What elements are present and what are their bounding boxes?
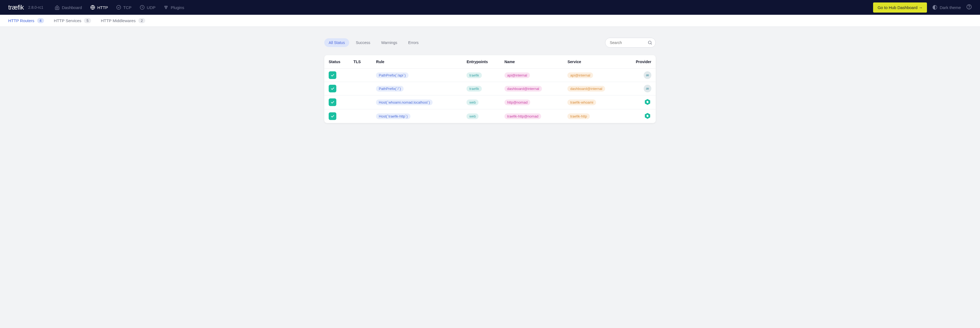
provider-internal-icon: æ [644,71,651,79]
globe-icon [90,5,95,10]
service-chip: traefik-http [567,113,590,119]
home-icon [55,5,60,10]
table-row[interactable]: PathPrefix(`/api`)traefikapi@internalapi… [324,68,656,82]
filters-row: All Status Success Warnings Errors [324,38,656,48]
table-row[interactable]: Host(`whoami.nomad.localhost`)webhttp@no… [324,96,656,109]
count-badge: 2 [138,18,145,23]
tls-cell [350,109,373,123]
service-chip: dashboard@internal [567,86,605,92]
topbar: træfik 2.8.0-rc1 Dashboard HTTP TCP UDP … [0,0,980,15]
tls-cell [350,96,373,109]
status-success-icon [329,112,336,120]
col-status[interactable]: Status [324,55,350,68]
subnav-services[interactable]: HTTP Services 5 [54,18,91,23]
table-row[interactable]: Host(`traefik-http`)webtraefik-http@noma… [324,109,656,123]
entrypoint-chip: web [466,99,479,105]
status-success-icon [329,99,336,106]
version-label: 2.8.0-rc1 [28,5,43,10]
name-chip: http@nomad [504,99,530,105]
udp-icon [140,5,145,10]
theme-toggle[interactable]: Dark theme [932,5,961,10]
subnav-label: HTTP Routers [8,18,35,23]
logo: træfik [8,3,24,11]
rule-chip: PathPrefix(`/api`) [376,72,408,78]
name-chip: api@internal [504,72,530,78]
theme-label: Dark theme [940,5,961,10]
col-provider[interactable]: Provider [632,55,656,68]
hub-dashboard-button[interactable]: Go to Hub Dashboard → [873,2,927,13]
filter-success[interactable]: Success [352,38,375,47]
main-nav: Dashboard HTTP TCP UDP Plugins [51,3,187,11]
nav-http[interactable]: HTTP [87,3,111,11]
nav-tcp[interactable]: TCP [113,3,135,11]
nav-plugins[interactable]: Plugins [160,3,187,11]
service-chip: traefik-whoami [567,99,596,105]
nav-udp[interactable]: UDP [137,3,159,11]
topbar-right: Go to Hub Dashboard → Dark theme [873,2,972,13]
count-badge: 5 [84,18,91,23]
filter-warnings[interactable]: Warnings [377,38,402,47]
provider-internal-icon: æ [644,85,651,92]
help-button[interactable] [966,4,972,11]
count-badge: 4 [37,18,44,23]
col-entrypoints[interactable]: Entrypoints [463,55,501,68]
rule-chip: PathPrefix(`/`) [376,86,404,92]
status-success-icon [329,71,336,79]
tls-cell [350,82,373,96]
name-chip: dashboard@internal [504,86,542,92]
provider-nomad-icon [644,98,651,106]
rule-chip: Host(`traefik-http`) [376,113,410,119]
svg-text:æ: æ [646,86,649,91]
svg-point-8 [969,8,969,8]
plugins-icon [164,5,169,10]
subnav-label: HTTP Services [54,18,81,23]
search-box [605,38,656,48]
provider-nomad-icon [644,112,651,120]
svg-point-3 [165,6,166,7]
col-service[interactable]: Service [564,55,632,68]
contrast-icon [932,5,937,10]
nav-dashboard[interactable]: Dashboard [51,3,85,11]
table-row[interactable]: PathPrefix(`/`)traefikdashboard@internal… [324,82,656,96]
nav-label: Dashboard [62,5,82,10]
col-name[interactable]: Name [501,55,565,68]
status-filters: All Status Success Warnings Errors [324,38,423,47]
svg-point-4 [166,6,168,7]
svg-text:æ: æ [646,73,649,77]
svg-point-1 [116,5,121,10]
filter-errors[interactable]: Errors [404,38,423,47]
status-success-icon [329,85,336,92]
help-icon [966,4,972,10]
routers-table: Status TLS Rule Entrypoints Name Service… [324,55,656,123]
subnav-middlewares[interactable]: HTTP Middlewares 2 [101,18,145,23]
service-chip: api@internal [567,72,593,78]
svg-point-5 [165,8,167,9]
rule-chip: Host(`whoami.nomad.localhost`) [376,99,433,105]
nav-label: HTTP [97,5,108,10]
name-chip: traefik-http@nomad [504,113,541,119]
entrypoint-chip: traefik [466,86,482,92]
tls-cell [350,68,373,82]
subnav: HTTP Routers 4 HTTP Services 5 HTTP Midd… [0,15,980,27]
subnav-label: HTTP Middlewares [101,18,135,23]
col-tls[interactable]: TLS [350,55,373,68]
tcp-icon [116,5,121,10]
search-icon [648,40,652,45]
entrypoint-chip: traefik [466,72,482,78]
nav-label: TCP [123,5,132,10]
entrypoint-chip: web [466,113,479,119]
subnav-routers[interactable]: HTTP Routers 4 [8,18,44,23]
content: All Status Success Warnings Errors Statu… [320,27,660,131]
nav-label: Plugins [170,5,184,10]
col-rule[interactable]: Rule [373,55,463,68]
svg-point-9 [648,41,651,44]
routers-table-card: Status TLS Rule Entrypoints Name Service… [324,55,656,123]
nav-label: UDP [147,5,156,10]
filter-all-status[interactable]: All Status [324,38,349,47]
